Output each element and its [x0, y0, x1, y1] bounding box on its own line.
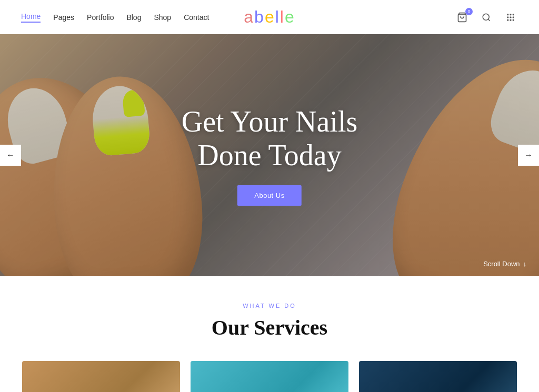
hero-cta-button[interactable]: About Us — [237, 185, 301, 206]
logo-letter-a: a — [244, 7, 254, 26]
service-card-1[interactable] — [22, 361, 180, 392]
svg-rect-4 — [510, 14, 512, 15]
nav-actions: 0 — [455, 10, 518, 25]
hero-prev-button[interactable]: ← — [0, 145, 21, 166]
svg-line-2 — [488, 19, 490, 21]
svg-rect-11 — [513, 19, 514, 21]
scroll-down-label: Scroll Down — [483, 260, 520, 268]
logo-letter-e2: e — [285, 7, 295, 26]
hero-section: ← → Get Your Nails Done Today About Us S… — [0, 34, 539, 276]
svg-rect-9 — [507, 19, 508, 21]
scroll-down-icon: ↓ — [523, 260, 527, 268]
navbar: Home Pages Portfolio Blog Shop Contact a… — [0, 0, 539, 34]
logo-letter-b: b — [254, 7, 265, 26]
svg-rect-6 — [507, 16, 508, 18]
services-title: Our Services — [21, 315, 518, 340]
svg-rect-5 — [513, 14, 514, 15]
hero-title-line2: Done Today — [197, 139, 341, 172]
nav-links: Home Pages Portfolio Blog Shop Contact — [21, 12, 209, 23]
nav-item-contact[interactable]: Contact — [184, 13, 209, 22]
service-card-3[interactable] — [359, 361, 517, 392]
hero-next-button[interactable]: → — [518, 145, 539, 166]
logo-letter-l1: l — [275, 7, 280, 26]
logo[interactable]: abelle — [244, 7, 295, 27]
nav-item-home[interactable]: Home — [21, 12, 41, 23]
cart-badge: 0 — [465, 8, 473, 15]
svg-point-1 — [483, 14, 489, 20]
nav-item-shop[interactable]: Shop — [154, 13, 171, 22]
svg-rect-8 — [513, 16, 514, 18]
service-card-2[interactable] — [191, 361, 348, 392]
hero-title-line1: Get Your Nails — [182, 105, 357, 138]
cart-icon[interactable]: 0 — [455, 10, 470, 25]
logo-letter-e1: e — [265, 7, 275, 26]
grid-icon[interactable] — [503, 10, 518, 25]
logo-letter-l2: l — [280, 7, 285, 26]
hero-content: Get Your Nails Done Today About Us — [182, 105, 357, 206]
svg-rect-10 — [510, 19, 512, 21]
services-subtitle: WHAT WE DO — [21, 303, 518, 309]
services-section: WHAT WE DO Our Services — [0, 276, 539, 392]
nav-item-pages[interactable]: Pages — [53, 13, 74, 22]
svg-rect-7 — [510, 16, 512, 18]
svg-rect-3 — [507, 14, 508, 15]
nav-item-portfolio[interactable]: Portfolio — [87, 13, 114, 22]
scroll-down[interactable]: Scroll Down ↓ — [483, 260, 526, 268]
hero-title: Get Your Nails Done Today — [182, 105, 357, 173]
search-icon[interactable] — [479, 10, 494, 25]
services-grid — [21, 361, 518, 392]
nav-item-blog[interactable]: Blog — [126, 13, 141, 22]
